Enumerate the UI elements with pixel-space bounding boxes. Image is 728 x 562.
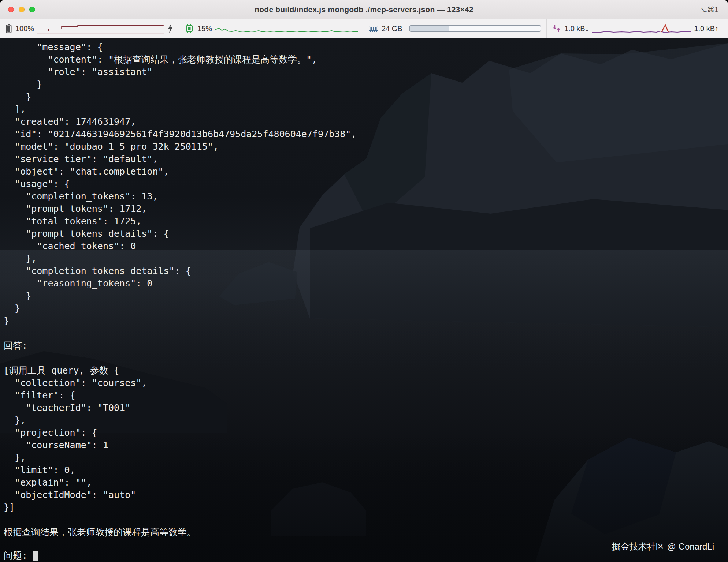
statusbar-battery-section: 100% <box>0 19 179 38</box>
statusbar-network-section: 1.0 kB↓ 1.0 kB↑ <box>546 19 728 38</box>
memory-bar-fill <box>410 26 449 31</box>
titlebar: node build/index.js mongodb ./mcp-server… <box>0 0 728 19</box>
window-title: node build/index.js mongodb ./mcp-server… <box>0 5 728 14</box>
statusbar-cpu-section: 15% <box>179 19 363 38</box>
terminal-screen[interactable]: "message": { "content": "根据查询结果，张老师教授的课程… <box>0 38 728 562</box>
network-graph <box>592 23 691 34</box>
charging-bolt-icon <box>167 23 174 34</box>
terminal-window: node build/index.js mongodb ./mcp-server… <box>0 0 728 562</box>
statusbar: 100% 15% <box>0 19 728 38</box>
cpu-icon <box>184 23 194 34</box>
network-up-label: 1.0 kB↑ <box>694 25 718 33</box>
memory-icon <box>368 23 379 34</box>
network-icon <box>552 24 561 33</box>
window-shortcut-badge: ⌥⌘1 <box>699 5 728 14</box>
close-button[interactable] <box>8 7 14 12</box>
battery-icon <box>5 23 12 34</box>
terminal-output: "message": { "content": "根据查询结果，张老师教授的课程… <box>0 38 728 539</box>
memory-bar <box>409 25 541 32</box>
watermark: 掘金技术社区 @ ConardLi <box>612 541 714 552</box>
zoom-button[interactable] <box>29 7 35 12</box>
traffic-lights <box>0 7 35 12</box>
prompt-label: 问题: <box>4 550 27 562</box>
network-down-label: 1.0 kB↓ <box>564 25 589 33</box>
memory-label: 24 GB <box>382 25 402 33</box>
terminal-cursor <box>33 551 38 561</box>
statusbar-memory-section: 24 GB <box>363 19 546 38</box>
battery-graph <box>37 23 164 34</box>
cpu-graph <box>215 23 358 34</box>
battery-percent: 100% <box>15 25 34 33</box>
minimize-button[interactable] <box>19 7 25 12</box>
cpu-percent: 15% <box>197 25 212 33</box>
